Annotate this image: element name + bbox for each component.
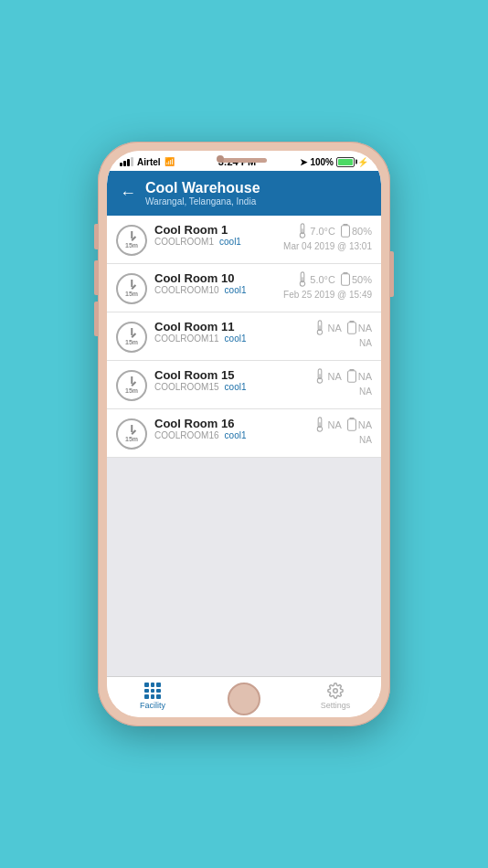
thermometer-icon (297, 271, 308, 288)
clock-label: 15m (125, 339, 138, 345)
room-info: Cool Room 16 COOLROOM16 cool1 (154, 417, 314, 440)
tab-settings[interactable]: Settings (308, 683, 363, 710)
battery-value: NA (358, 419, 372, 430)
warehouse-title: Cool Warehouse (145, 180, 368, 196)
room-code-row: COOLROOM15 cool1 (154, 382, 314, 392)
room-code-row: COOLROOM16 cool1 (154, 430, 314, 440)
clock-label: 15m (125, 436, 138, 442)
main-content: 15m Cool Room 1 COOLROOM1 cool1 7.0°C (107, 216, 381, 676)
room-code-row: COOLROOM10 cool1 (154, 285, 283, 295)
clock-label: 15m (125, 291, 138, 297)
phone-frame: Airtel 📶 3:24 PM ➤ 100% ⚡ ← Cool Warehou (98, 142, 390, 726)
list-item[interactable]: 15m Cool Room 15 COOLROOM15 cool1 NA (107, 361, 381, 409)
clock-icon: 15m (116, 370, 147, 401)
thermometer-icon (314, 417, 325, 433)
list-item[interactable]: 15m Cool Room 10 COOLROOM10 cool1 5.0°C (107, 264, 381, 312)
location-icon: ➤ (300, 157, 307, 167)
room-metrics: NA NA NA (314, 320, 372, 348)
back-button[interactable]: ← (120, 184, 136, 203)
phone-speaker (221, 158, 267, 163)
list-item[interactable]: 15m Cool Room 16 COOLROOM16 cool1 NA (107, 409, 381, 458)
list-item[interactable]: 15m Cool Room 1 COOLROOM1 cool1 7.0°C (107, 216, 381, 264)
room-code: COOLROOM10 (154, 285, 219, 295)
clock-icon: 15m (116, 225, 147, 256)
temp-value: NA (327, 419, 341, 430)
battery-fill (338, 159, 353, 165)
room-list: 15m Cool Room 1 COOLROOM1 cool1 7.0°C (107, 216, 381, 458)
room-user: cool1 (225, 382, 247, 392)
volume-up-button (94, 260, 98, 295)
room-name: Cool Room 16 (154, 417, 314, 430)
metrics-top: NA NA (314, 368, 372, 385)
temp-value: NA (327, 323, 341, 333)
clock-icon: 15m (116, 273, 147, 304)
power-button (390, 251, 394, 297)
metrics-top: NA NA (314, 417, 372, 433)
battery-small-icon (347, 369, 356, 384)
timestamp: NA (359, 435, 372, 445)
home-button[interactable] (228, 683, 260, 715)
temp-value: 7.0°C (310, 226, 335, 237)
wifi-icon: 📶 (164, 157, 175, 166)
battery-value: 80% (352, 226, 372, 237)
room-user: cool1 (225, 285, 247, 295)
battery-metric: NA (347, 369, 372, 384)
room-info: Cool Room 10 COOLROOM10 cool1 (154, 271, 283, 295)
room-name: Cool Room 10 (154, 271, 283, 285)
timestamp: NA (359, 338, 372, 348)
room-name: Cool Room 1 (154, 223, 283, 237)
page-header: ← Cool Warehouse Warangal, Telangana, In… (107, 171, 381, 216)
svg-point-25 (334, 689, 338, 693)
carrier-name: Airtel (137, 157, 161, 167)
warehouse-subtitle: Warangal, Telangana, India (145, 196, 368, 206)
temp-metric: NA (314, 417, 341, 433)
battery-small-icon (347, 418, 356, 432)
clock-label: 15m (125, 387, 138, 394)
svg-rect-19 (347, 371, 355, 382)
temp-metric: NA (314, 368, 341, 385)
metrics-top: 5.0°C 50% (297, 271, 372, 288)
room-user: cool1 (225, 333, 247, 344)
temp-value: NA (327, 371, 341, 382)
battery-small-icon (341, 272, 350, 287)
thermometer-icon (314, 320, 325, 336)
signal-icon (120, 157, 133, 166)
header-text: Cool Warehouse Warangal, Telangana, Indi… (145, 180, 368, 206)
battery-value: NA (358, 323, 372, 333)
temp-metric: 7.0°C (297, 223, 335, 239)
battery-metric: NA (347, 321, 372, 335)
tab-settings-label: Settings (321, 701, 351, 710)
silent-button (94, 224, 98, 249)
battery-metric: 80% (341, 224, 372, 238)
list-item[interactable]: 15m Cool Room 11 COOLROOM11 cool1 NA (107, 312, 381, 361)
clock-icon: 15m (116, 322, 147, 353)
svg-rect-9 (342, 274, 350, 285)
tab-facility[interactable]: Facility (125, 683, 180, 710)
metrics-top: 7.0°C 80% (297, 223, 372, 239)
phone-screen: Airtel 📶 3:24 PM ➤ 100% ⚡ ← Cool Warehou (107, 151, 381, 717)
timestamp: Feb 25 2019 @ 15:49 (283, 290, 372, 300)
volume-down-button (94, 302, 98, 336)
tab-facility-label: Facility (140, 701, 165, 710)
metrics-top: NA NA (314, 320, 372, 336)
battery-small-icon (347, 321, 356, 335)
battery-metric: NA (347, 418, 372, 432)
temp-value: 5.0°C (310, 274, 335, 285)
room-info: Cool Room 11 COOLROOM11 cool1 (154, 320, 314, 344)
screen-content: Airtel 📶 3:24 PM ➤ 100% ⚡ ← Cool Warehou (107, 151, 381, 717)
room-code-row: COOLROOM11 cool1 (154, 333, 314, 344)
battery-percent: 100% (310, 157, 334, 167)
room-code: COOLROOM11 (154, 333, 219, 344)
battery-value: NA (358, 371, 372, 382)
room-info: Cool Room 1 COOLROOM1 cool1 (154, 223, 283, 247)
timestamp: NA (359, 386, 372, 397)
room-code: COOLROOM15 (154, 382, 219, 392)
room-metrics: NA NA NA (314, 368, 372, 397)
svg-rect-24 (347, 419, 355, 430)
room-metrics: NA NA NA (314, 417, 372, 445)
room-user: cool1 (219, 237, 241, 247)
room-name: Cool Room 11 (154, 320, 314, 333)
timestamp: Mar 04 2019 @ 13:01 (283, 241, 372, 251)
battery-icon (336, 157, 355, 167)
thermometer-icon (314, 368, 325, 385)
